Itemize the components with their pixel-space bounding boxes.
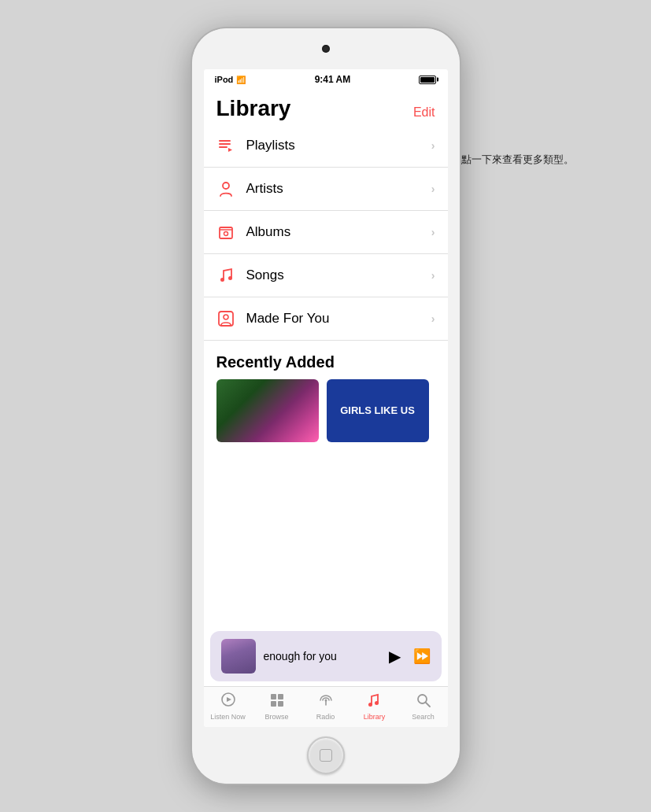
status-bar: iPod 📶 9:41 AM (204, 69, 448, 88)
svg-rect-13 (271, 694, 276, 699)
playlists-chevron: › (431, 139, 435, 152)
search-icon (416, 692, 431, 711)
svg-rect-14 (278, 694, 283, 699)
album-art-2[interactable]: GIRLS LIKE US (327, 379, 429, 442)
wifi-icon: 📶 (236, 76, 246, 84)
main-content: Library Edit (204, 88, 448, 727)
mini-player-info: enough for you (264, 649, 389, 663)
library-icon (367, 692, 383, 711)
home-button-inner (320, 749, 332, 762)
page-title: Library (216, 96, 291, 121)
songs-icon (215, 264, 237, 286)
home-button[interactable] (307, 736, 345, 774)
device-name-label: iPod (215, 75, 234, 84)
camera-dot (322, 45, 330, 53)
battery-icon (419, 76, 436, 84)
list-item-made-for-you[interactable]: Made For You › (204, 297, 448, 341)
made-for-you-icon (215, 308, 237, 330)
artists-label: Artists (246, 181, 431, 197)
tab-listen-now[interactable]: Listen Now (204, 692, 253, 721)
album-art-row: GIRLS LIKE US (204, 379, 448, 442)
svg-rect-16 (278, 701, 283, 707)
library-list: Playlists › Artists › (204, 124, 448, 341)
made-for-you-label: Made For You (246, 311, 431, 327)
tab-browse-label: Browse (264, 713, 288, 721)
ipod-top-bar (192, 28, 460, 69)
albums-chevron: › (431, 226, 435, 238)
svg-rect-4 (220, 227, 232, 238)
tab-library-label: Library (364, 713, 386, 721)
tab-search[interactable]: Search (399, 692, 448, 721)
mini-player[interactable]: enough for you ▶ ⏩ (210, 631, 442, 681)
recently-added-header: Recently Added (204, 341, 448, 379)
albums-icon (215, 221, 237, 243)
svg-point-8 (228, 276, 232, 280)
playlists-icon (215, 135, 237, 157)
svg-point-19 (368, 703, 372, 707)
tab-browse[interactable]: Browse (253, 692, 301, 721)
mini-player-art (221, 639, 256, 674)
mini-player-title: enough for you (264, 650, 337, 663)
radio-icon (317, 692, 335, 711)
made-for-you-chevron: › (431, 312, 435, 325)
artists-icon (215, 178, 237, 200)
artists-chevron: › (431, 183, 435, 195)
list-item-artists[interactable]: Artists › (204, 168, 448, 211)
tab-bar: Listen Now Browse (204, 686, 448, 727)
svg-point-6 (224, 232, 227, 236)
list-item-albums[interactable]: Albums › (204, 211, 448, 254)
ipod-bottom (192, 727, 460, 784)
tab-radio[interactable]: Radio (301, 692, 350, 721)
songs-chevron: › (431, 269, 435, 282)
page-background: 點一下來查看更多類型。 播放器 iPod 📶 9:41 AM (0, 0, 651, 812)
album-art-1[interactable] (216, 379, 319, 442)
songs-label: Songs (246, 268, 431, 283)
tab-search-label: Search (412, 713, 435, 721)
albums-label: Albums (246, 224, 431, 240)
svg-line-22 (426, 703, 430, 707)
edit-callout-text: 點一下來查看更多類型。 (461, 153, 574, 167)
status-left: iPod 📶 (215, 75, 246, 84)
svg-marker-12 (227, 697, 231, 702)
edit-button[interactable]: Edit (413, 96, 435, 120)
status-right (419, 76, 436, 84)
album-2-text: GIRLS LIKE US (340, 404, 415, 417)
header: Library Edit (204, 88, 448, 124)
browse-icon (269, 692, 285, 711)
svg-rect-15 (271, 701, 276, 707)
ipod-device: iPod 📶 9:41 AM Library Edit (192, 28, 460, 784)
svg-point-7 (220, 278, 224, 282)
screen: iPod 📶 9:41 AM Library Edit (204, 69, 448, 727)
play-button[interactable]: ▶ (389, 647, 401, 666)
svg-point-10 (224, 315, 228, 319)
list-item-playlists[interactable]: Playlists › (204, 124, 448, 168)
tab-radio-label: Radio (316, 713, 335, 721)
svg-point-21 (418, 695, 427, 703)
mini-player-controls: ▶ ⏩ (389, 647, 431, 666)
playlists-label: Playlists (246, 138, 431, 153)
tab-listen-now-label: Listen Now (210, 713, 246, 721)
fast-forward-button[interactable]: ⏩ (413, 648, 431, 665)
status-time: 9:41 AM (315, 74, 351, 85)
svg-point-3 (223, 183, 229, 189)
svg-point-20 (375, 701, 379, 705)
tab-library[interactable]: Library (350, 692, 399, 721)
list-item-songs[interactable]: Songs › (204, 254, 448, 297)
listen-now-icon (220, 692, 236, 711)
